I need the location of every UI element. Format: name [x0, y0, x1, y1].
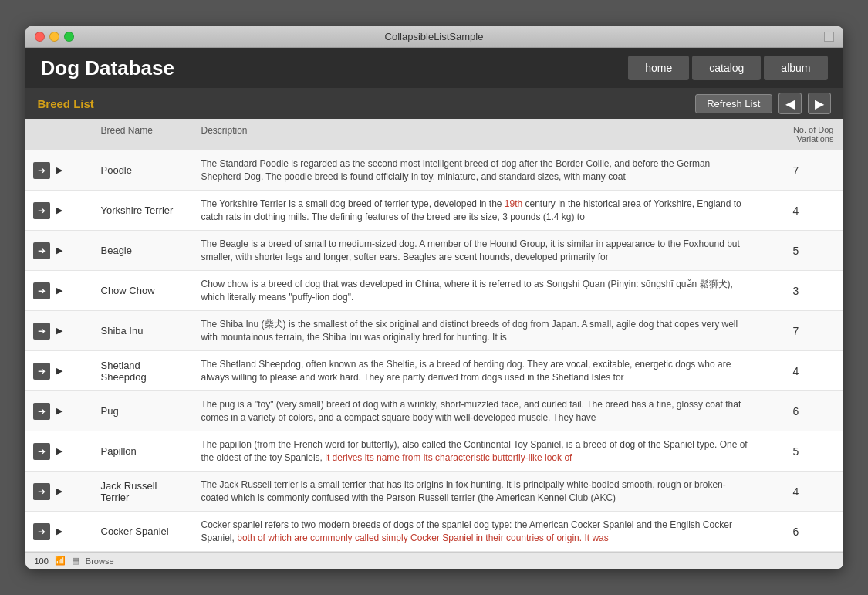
breed-description: The Shiba Inu (柴犬) is the smallest of th… — [195, 313, 758, 349]
navigate-button[interactable]: ➔ — [33, 202, 50, 219]
th-variations: No. of Dog Variations — [758, 123, 843, 145]
status-bar: 100 📶 ▤ Browse — [25, 552, 843, 569]
navigate-button[interactable]: ➔ — [33, 483, 50, 500]
navigate-button[interactable]: ➔ — [33, 403, 50, 420]
variation-count: 5 — [758, 445, 843, 458]
row-icons: ➔ ▶ — [25, 323, 95, 340]
home-button[interactable]: home — [628, 56, 689, 80]
minimize-button[interactable] — [49, 32, 59, 42]
row-icons: ➔ ▶ — [25, 483, 95, 500]
zoom-level: 100 — [35, 556, 49, 566]
breed-name: Yorkshire Terrier — [95, 201, 195, 219]
row-icons: ➔ ▶ — [25, 242, 95, 259]
window-title: CollapsibleListSample — [385, 31, 484, 42]
app-window: CollapsibleListSample Dog Database home … — [25, 26, 843, 569]
app-header: Dog Database home catalog album — [25, 48, 843, 88]
nav-buttons: home catalog album — [628, 56, 827, 80]
breed-description: The Shetland Sheepdog, often known as th… — [195, 353, 758, 389]
refresh-button[interactable]: Refresh List — [695, 94, 772, 113]
close-button[interactable] — [35, 32, 45, 42]
breed-name: Shiba Inu — [95, 322, 195, 340]
expand-button[interactable]: ▶ — [55, 164, 64, 177]
variation-count: 7 — [758, 164, 843, 177]
maximize-button[interactable] — [64, 32, 74, 42]
variation-count: 4 — [758, 205, 843, 217]
table-row: ➔ ▶ Cocker Spaniel Cocker spaniel refers… — [25, 512, 843, 552]
next-arrow[interactable]: ▶ — [808, 93, 831, 114]
expand-button[interactable]: ▶ — [55, 244, 64, 257]
row-icons: ➔ ▶ — [25, 403, 95, 420]
album-button[interactable]: album — [764, 56, 827, 80]
browse-mode: Browse — [86, 556, 114, 566]
expand-button[interactable]: ▶ — [55, 525, 64, 538]
expand-button[interactable]: ▶ — [55, 324, 64, 337]
content-area: Breed Name Description No. of Dog Variat… — [25, 119, 843, 552]
th-breed-name: Breed Name — [95, 123, 195, 145]
variation-count: 4 — [758, 365, 843, 377]
row-icons: ➔ ▶ — [25, 202, 95, 219]
variation-count: 4 — [758, 485, 843, 498]
variation-count: 5 — [758, 245, 843, 257]
breed-description: Chow chow is a breed of dog that was dev… — [195, 273, 758, 309]
toolbar-right: Refresh List ◀ ▶ — [695, 93, 830, 114]
breed-description: The Beagle is a breed of small to medium… — [195, 233, 758, 269]
table-row: ➔ ▶ ShetlandSheepdog The Shetland Sheepd… — [25, 351, 843, 391]
catalog-button[interactable]: catalog — [692, 56, 761, 80]
breed-description: The papillon (from the French word for b… — [195, 434, 758, 469]
expand-button[interactable]: ▶ — [55, 204, 64, 217]
expand-button[interactable]: ▶ — [55, 445, 64, 458]
traffic-lights — [35, 32, 74, 42]
table-row: ➔ ▶ Chow Chow Chow chow is a breed of do… — [25, 271, 843, 311]
breed-description: Cocker spaniel refers to two modern bree… — [195, 514, 758, 549]
expand-button[interactable]: ▶ — [55, 284, 64, 297]
table-row: ➔ ▶ Jack RussellTerrier The Jack Russell… — [25, 472, 843, 512]
breed-list-label: Breed List — [38, 97, 94, 110]
breed-name: Poodle — [95, 161, 195, 179]
breed-name: Cocker Spaniel — [95, 522, 195, 540]
resize-icon[interactable] — [824, 32, 834, 42]
breed-description: The Standard Poodle is regarded as the s… — [195, 153, 758, 188]
navigate-button[interactable]: ➔ — [33, 242, 50, 259]
breed-name: Chow Chow — [95, 282, 195, 299]
navigate-button[interactable]: ➔ — [33, 443, 50, 460]
breed-name: Jack RussellTerrier — [95, 477, 195, 506]
layout-icon: ▤ — [72, 556, 79, 566]
breed-name: Beagle — [95, 242, 195, 259]
navigate-button[interactable]: ➔ — [33, 323, 50, 340]
table-row: ➔ ▶ Pug The pug is a "toy" (very small) … — [25, 391, 843, 431]
th-actions — [25, 123, 95, 145]
navigate-button[interactable]: ➔ — [33, 363, 50, 380]
breed-description: The Yorkshire Terrier is a small dog bre… — [195, 193, 758, 228]
expand-button[interactable]: ▶ — [55, 485, 64, 498]
prev-arrow[interactable]: ◀ — [778, 93, 802, 114]
breed-name: ShetlandSheepdog — [95, 357, 195, 386]
table-row: ➔ ▶ Yorkshire Terrier The Yorkshire Terr… — [25, 191, 843, 231]
navigate-button[interactable]: ➔ — [33, 282, 50, 299]
row-icons: ➔ ▶ — [25, 523, 95, 540]
breed-description: The Jack Russell terrier is a small terr… — [195, 474, 758, 509]
expand-button[interactable]: ▶ — [55, 404, 64, 418]
app-title: Dog Database — [41, 56, 174, 80]
variation-count: 3 — [758, 285, 843, 297]
table-row: ➔ ▶ Papillon The papillon (from the Fren… — [25, 431, 843, 472]
expand-button[interactable]: ▶ — [55, 364, 64, 377]
signal-icon: 📶 — [55, 556, 66, 566]
breed-description: The pug is a "toy" (very small) breed of… — [195, 394, 758, 429]
table-row: ➔ ▶ Shiba Inu The Shiba Inu (柴犬) is the … — [25, 311, 843, 351]
table-row: ➔ ▶ Poodle The Standard Poodle is regard… — [25, 150, 843, 191]
row-icons: ➔ ▶ — [25, 443, 95, 460]
navigate-button[interactable]: ➔ — [33, 162, 50, 179]
table-header: Breed Name Description No. of Dog Variat… — [25, 119, 843, 150]
variation-count: 6 — [758, 526, 843, 538]
variation-count: 6 — [758, 405, 843, 418]
toolbar: Breed List Refresh List ◀ ▶ — [25, 88, 843, 119]
breed-name: Papillon — [95, 442, 195, 460]
navigate-button[interactable]: ➔ — [33, 523, 50, 540]
breed-name: Pug — [95, 402, 195, 420]
row-icons: ➔ ▶ — [25, 363, 95, 380]
variation-count: 7 — [758, 325, 843, 337]
row-icons: ➔ ▶ — [25, 162, 95, 179]
th-description: Description — [195, 123, 758, 145]
title-bar: CollapsibleListSample — [25, 26, 843, 48]
row-icons: ➔ ▶ — [25, 282, 95, 299]
